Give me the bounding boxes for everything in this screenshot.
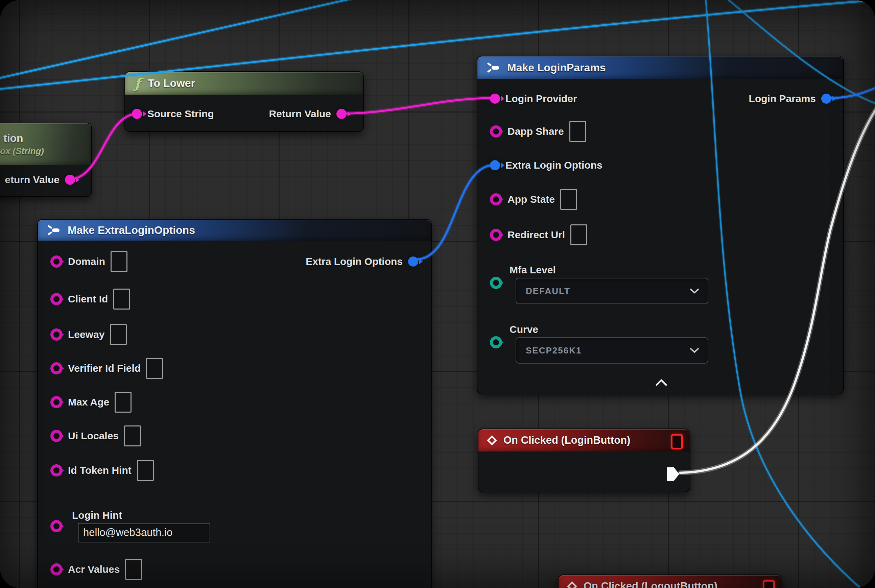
pin-row-acr-values: Acr Values xyxy=(50,559,142,580)
login-hint-input[interactable] xyxy=(78,523,210,542)
pin-label: Max Age xyxy=(68,396,109,408)
pin-label: Source String xyxy=(147,108,214,120)
node-make-extra-login-options[interactable]: Make ExtraLoginOptions Extra Login Optio… xyxy=(37,219,432,588)
pin-row-redirect-url: Redirect Url xyxy=(490,224,587,245)
pin-row-return-value: Return Value xyxy=(269,108,347,120)
domain-pin[interactable] xyxy=(50,255,63,268)
login-provider-pin[interactable] xyxy=(490,94,500,104)
pin-row-login-params-out: Login Params xyxy=(749,93,831,104)
event-icon xyxy=(566,580,578,588)
dapp-share-checkbox[interactable] xyxy=(569,121,586,142)
redirect-url-checkbox[interactable] xyxy=(570,224,587,245)
pin-row-source-string: Source String xyxy=(132,108,214,120)
curve-value: SECP256K1 xyxy=(526,345,582,356)
domain-checkbox[interactable] xyxy=(111,251,128,272)
function-icon: ƒ xyxy=(135,77,140,90)
pin-label: App State xyxy=(508,194,555,205)
max-age-checkbox[interactable] xyxy=(114,392,132,412)
node-on-clicked-logout-button[interactable]: On Clicked (LogoutButton) xyxy=(558,574,782,588)
event-icon xyxy=(486,434,498,446)
return-value-pin[interactable] xyxy=(337,109,347,119)
login-params-output-pin[interactable] xyxy=(821,94,831,104)
chevron-down-icon xyxy=(690,348,699,353)
node-get-text[interactable]: tion ox (String) eturn Value xyxy=(0,123,92,197)
pin-row-dapp-share: Dapp Share xyxy=(490,121,586,142)
curve-label: Curve xyxy=(510,324,538,335)
app-state-pin[interactable] xyxy=(490,193,502,206)
node-make-extra-login-options-header[interactable]: Make ExtraLoginOptions xyxy=(38,220,431,241)
node-make-login-params-header[interactable]: Make LoginParams xyxy=(477,56,843,79)
node-title: Make LoginParams xyxy=(507,62,606,74)
node-title: To Lower xyxy=(148,77,195,90)
extra-login-options-output-pin[interactable] xyxy=(408,256,418,267)
pin-row-extra-login-options-in: Extra Login Options xyxy=(490,159,603,171)
pin-row-curve xyxy=(490,336,502,348)
pin-row-client-id: Client Id xyxy=(50,289,130,309)
node-on-clicked-logout-button-header[interactable]: On Clicked (LogoutButton) xyxy=(559,575,782,588)
node-title: On Clicked (LogoutButton) xyxy=(583,580,717,588)
extra-login-options-input-pin[interactable] xyxy=(490,160,500,170)
node-on-clicked-login-button[interactable]: On Clicked (LoginButton) xyxy=(478,429,690,492)
pin-row-login-provider: Login Provider xyxy=(490,93,577,104)
pin-label: Client Id xyxy=(68,293,108,305)
mfa-level-label: Mfa Level xyxy=(510,264,556,276)
pin-row-mfa-level xyxy=(490,277,502,289)
acr-values-checkbox[interactable] xyxy=(125,559,142,580)
node-make-login-params[interactable]: Make LoginParams Login Provider Login Pa… xyxy=(477,56,844,394)
mfa-level-dropdown[interactable]: DEFAULT xyxy=(516,278,708,304)
wire-blue-a xyxy=(0,0,358,78)
delegate-output-pin[interactable] xyxy=(763,580,775,588)
pin-label: Extra Login Options xyxy=(306,256,403,267)
node-on-clicked-login-button-header[interactable]: On Clicked (LoginButton) xyxy=(478,429,690,452)
source-string-pin[interactable] xyxy=(132,109,142,119)
pin-row-verifier-id-field: Verifier Id Field xyxy=(50,358,163,379)
node-get-text-header[interactable]: tion ox (String) xyxy=(0,123,91,165)
pin-row-login-hint xyxy=(50,520,63,532)
exec-output-pin[interactable] xyxy=(666,466,680,482)
client-id-checkbox[interactable] xyxy=(113,289,130,309)
pin-label: Id Token Hint xyxy=(68,465,132,476)
pin-row-domain: Domain xyxy=(50,251,128,272)
pin-label: Login Params xyxy=(749,93,816,104)
login-hint-pin[interactable] xyxy=(50,520,63,532)
delegate-output-pin[interactable] xyxy=(671,434,683,450)
pin-row-ui-locales: Ui Locales xyxy=(50,426,141,446)
dapp-share-pin[interactable] xyxy=(490,125,502,138)
leeway-checkbox[interactable] xyxy=(110,324,127,345)
leeway-pin[interactable] xyxy=(50,328,63,340)
pin-label: Verifier Id Field xyxy=(68,363,141,374)
ui-locales-checkbox[interactable] xyxy=(124,426,141,446)
pin-label: Redirect Url xyxy=(508,229,565,241)
blueprint-canvas[interactable]: tion ox (String) eturn Value ƒ To Lower … xyxy=(0,0,875,588)
blueprint-editor: tion ox (String) eturn Value ƒ To Lower … xyxy=(0,0,875,588)
app-state-checkbox[interactable] xyxy=(560,189,577,210)
pin-label: Return Value xyxy=(269,108,331,120)
node-subtitle: ox (String) xyxy=(0,146,44,156)
curve-dropdown[interactable]: SECP256K1 xyxy=(516,337,708,364)
node-to-lower-header[interactable]: ƒ To Lower xyxy=(125,72,363,94)
id-token-hint-checkbox[interactable] xyxy=(137,460,154,481)
collapse-chevron-icon[interactable] xyxy=(655,379,667,386)
max-age-pin[interactable] xyxy=(50,396,63,408)
pin-row-app-state: App State xyxy=(490,189,577,210)
pin-label: Login Provider xyxy=(505,93,577,104)
redirect-url-pin[interactable] xyxy=(490,229,502,241)
pin-row-extra-login-options-out: Extra Login Options xyxy=(306,256,418,267)
ui-locales-pin[interactable] xyxy=(50,430,63,442)
node-to-lower[interactable]: ƒ To Lower Source String Return Value xyxy=(125,71,364,132)
chevron-down-icon xyxy=(690,289,699,294)
pin-row-max-age: Max Age xyxy=(50,392,132,412)
verifier-id-field-checkbox[interactable] xyxy=(146,358,163,379)
return-value-pin[interactable] xyxy=(65,175,75,185)
mfa-level-value: DEFAULT xyxy=(526,286,570,296)
acr-values-pin[interactable] xyxy=(50,563,63,576)
wire-pink-login-provider xyxy=(341,98,494,114)
node-title: Make ExtraLoginOptions xyxy=(68,224,195,237)
client-id-pin[interactable] xyxy=(50,293,63,305)
id-token-hint-pin[interactable] xyxy=(50,464,63,477)
pin-label: Extra Login Options xyxy=(505,159,603,171)
verifier-id-field-pin[interactable] xyxy=(50,362,63,374)
mfa-level-pin[interactable] xyxy=(490,277,502,289)
curve-pin[interactable] xyxy=(490,336,502,348)
pin-label: eturn Value xyxy=(5,174,60,186)
